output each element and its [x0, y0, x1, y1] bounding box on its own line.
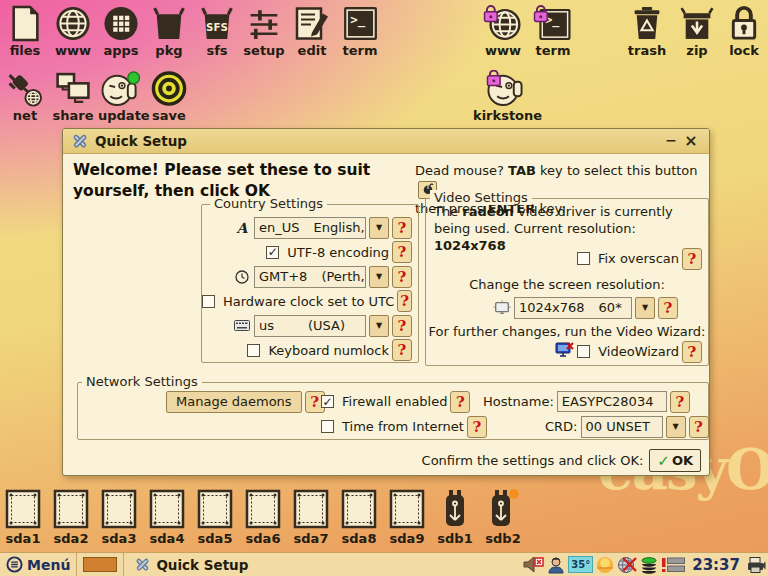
dead-mouse-text: Dead mouse? [415, 163, 504, 178]
drive-icon-sda2[interactable]: sda2 [48, 489, 94, 546]
desktop-icon-lock[interactable]: lock [721, 5, 767, 58]
locale-help-button[interactable]: ? [392, 217, 412, 239]
volume-muted-icon[interactable] [523, 556, 544, 574]
cpu-meter-icon[interactable] [661, 557, 686, 573]
change-resolution-label: Change the screen resolution: [426, 277, 708, 292]
window-titlebar[interactable]: Quick Setup − × [63, 129, 709, 154]
edit-icon [293, 5, 331, 42]
desktop-icon-files[interactable]: files [2, 5, 48, 58]
fix-overscan-checkbox[interactable] [577, 252, 590, 265]
menu-button[interactable]: Menú [0, 553, 77, 576]
drive-icon-sdb1[interactable]: sdb1 [432, 489, 478, 546]
drive-icon-sdb2[interactable]: sdb2 [480, 489, 526, 546]
desktop-icon-zip[interactable]: zip [674, 5, 720, 58]
desktop-icon-edit[interactable]: edit [289, 5, 335, 58]
clock[interactable]: 23:37 [692, 556, 740, 574]
locale-dropdown-arrow[interactable]: ▼ [369, 217, 389, 239]
desktop-icon-www[interactable]: www [50, 5, 96, 58]
resolution-help-button[interactable]: ? [658, 297, 678, 319]
desktop-pager[interactable] [83, 557, 117, 572]
minimize-button[interactable]: − [661, 132, 681, 150]
package-icon [150, 5, 188, 42]
desktop-icon-pkg[interactable]: pkg [146, 5, 192, 58]
desktop-icon-save[interactable]: save [146, 70, 192, 123]
desktop-icon-label: update [98, 109, 144, 123]
desktop-icon-apps[interactable]: apps [98, 5, 144, 58]
time-internet-help-button[interactable]: ? [467, 416, 487, 438]
temperature-badge[interactable]: 35° [568, 556, 593, 573]
drive-icon-sda1[interactable]: sda1 [0, 489, 46, 546]
timezone-combobox[interactable]: GMT+8 (Perth, Sin [254, 266, 366, 288]
country-settings-legend: Country Settings [210, 196, 327, 211]
svg-text:>_: >_ [350, 13, 365, 28]
manage-daemons-cluster: Manage daemons ? [166, 390, 325, 413]
utf8-help-button[interactable]: ? [392, 241, 412, 263]
desktop-icon-term-locked[interactable]: >_ term [530, 5, 576, 58]
desktop-icon-www-locked[interactable]: www [480, 5, 526, 58]
user-icon[interactable] [547, 556, 565, 574]
hostname-help-button[interactable]: ? [670, 391, 690, 413]
desktop-icon-kirkstone[interactable]: kirkstone [473, 70, 537, 123]
desktop-icon-label: zip [674, 44, 720, 58]
desktop-icon-sfs[interactable]: SFS sfs [194, 5, 240, 58]
crd-combobox[interactable]: 00 UNSET [581, 416, 663, 438]
usb-icon [440, 489, 470, 529]
firewall-help-button[interactable]: ? [450, 391, 470, 413]
crd-dropdown-arrow[interactable]: ▼ [666, 416, 686, 438]
weather-icon[interactable] [596, 556, 614, 574]
video-settings-group: Video Settings The radeon video driver i… [425, 198, 709, 366]
timezone-dropdown-arrow[interactable]: ▼ [369, 266, 389, 288]
partition-icon [293, 489, 329, 529]
numlock-help-button[interactable]: ? [392, 339, 412, 361]
printer-icon[interactable] [746, 556, 766, 574]
video-wizard-note: For further changes, run the Video Wizar… [426, 324, 708, 339]
usb-icon-active [486, 489, 520, 529]
hwclock-help-button[interactable]: ? [397, 290, 412, 312]
locale-combobox[interactable]: en_US English, US [254, 217, 366, 239]
fix-overscan-help-button[interactable]: ? [682, 248, 702, 270]
desktop-icon-setup[interactable]: setup [241, 5, 287, 58]
drive-icon-sda3[interactable]: sda3 [96, 489, 142, 546]
time-internet-checkbox[interactable] [321, 420, 334, 433]
drive-icon-sda8[interactable]: sda8 [336, 489, 382, 546]
partition-icon [53, 489, 89, 529]
network-disconnected-icon[interactable] [617, 556, 637, 574]
numlock-checkbox[interactable] [247, 344, 260, 357]
desktop-icon-update[interactable]: update [98, 70, 144, 123]
share-monitors-icon [54, 70, 92, 107]
drive-icon-sda9[interactable]: sda9 [384, 489, 430, 546]
taskbar-task-quick-setup[interactable]: Quick Setup [124, 553, 258, 576]
manage-daemons-button[interactable]: Manage daemons [166, 391, 302, 413]
network-plug-icon [6, 70, 44, 107]
hwclock-checkbox[interactable] [202, 295, 215, 308]
crd-help-button[interactable]: ? [689, 416, 709, 438]
keyboard-dropdown-arrow[interactable]: ▼ [369, 315, 389, 337]
firewall-checkbox[interactable]: ✓ [321, 395, 334, 408]
desktop-icon-net[interactable]: net [2, 70, 48, 123]
keyboard-layout-desc: (USA) [308, 318, 345, 333]
desktop-icon-share[interactable]: share [50, 70, 96, 123]
close-button[interactable]: × [681, 132, 701, 150]
timezone-help-button[interactable]: ? [392, 266, 412, 288]
drive-icon-sda5[interactable]: sda5 [192, 489, 238, 546]
utf8-checkbox[interactable]: ✓ [266, 246, 279, 259]
keyboard-layout-combobox[interactable]: us (USA) [254, 315, 366, 337]
layers-icon[interactable] [640, 556, 658, 574]
desktop-icon-label: term [530, 44, 576, 58]
desktop-icon-trash[interactable]: trash [624, 5, 670, 58]
drive-icon-sda6[interactable]: sda6 [240, 489, 286, 546]
quick-setup-window: Quick Setup − × Welcome! Please set thes… [62, 128, 710, 476]
video-wizard-help-button[interactable]: ? [682, 341, 702, 363]
resolution-combobox[interactable]: 1024x768 60* [514, 297, 632, 319]
drive-icon-sda7[interactable]: sda7 [288, 489, 334, 546]
ok-button[interactable]: ✓ OK [649, 449, 701, 472]
drive-icon-sda4[interactable]: sda4 [144, 489, 190, 546]
desktop-icon-term[interactable]: >_ term [337, 5, 383, 58]
globe-lock-icon [483, 5, 523, 42]
resolution-dropdown-arrow[interactable]: ▼ [635, 297, 655, 319]
video-wizard-checkbox[interactable] [577, 345, 590, 358]
keyboard-help-button[interactable]: ? [392, 315, 412, 337]
firewall-label: Firewall enabled [342, 394, 447, 409]
hostname-cluster: Hostname: ? [483, 390, 690, 413]
hostname-input[interactable] [557, 391, 667, 412]
